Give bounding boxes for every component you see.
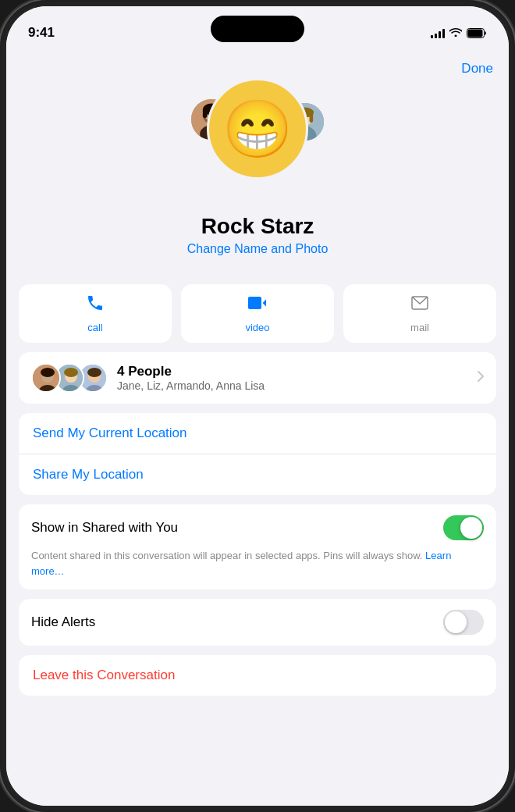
screen: 9:41 [6,6,509,806]
hide-alerts-toggle[interactable] [443,610,484,635]
sheet: Done [6,48,509,806]
call-label: call [87,322,103,333]
svg-point-22 [64,368,78,377]
send-location-text: Send My Current Location [33,426,187,440]
people-count: 4 People [117,364,478,379]
status-time: 9:41 [28,25,55,41]
mail-button[interactable]: mail [343,284,496,343]
done-button[interactable]: Done [461,58,493,80]
sheet-top: Done [6,48,509,80]
avatar-main: 😁 [207,78,308,180]
share-location-row[interactable]: Share My Location [19,454,496,495]
video-label: video [245,322,269,333]
battery-icon [467,28,487,38]
people-row[interactable]: 4 People Jane, Liz, Armando, Anna Lisa [19,352,496,404]
svg-rect-7 [203,108,208,118]
hide-alerts-card: Hide Alerts [19,599,496,646]
group-name: Rock Starz [201,214,314,239]
action-row: call video [19,284,496,343]
wifi-icon [449,27,462,39]
leave-conversation-card: Leave this Conversation [19,655,496,696]
call-icon [86,294,105,317]
shared-toggle-label: Show in Shared with You [31,520,178,536]
svg-rect-1 [468,29,483,37]
call-button[interactable]: call [19,284,172,343]
svg-point-26 [87,368,101,377]
change-name-photo-link[interactable]: Change Name and Photo [187,242,329,256]
signal-icon [431,27,445,38]
svg-point-18 [41,368,55,377]
shared-toggle-row: Show in Shared with You [31,515,484,540]
status-icons [431,27,487,39]
video-icon [247,294,268,317]
avatar-cluster: 😁 [183,86,332,180]
hide-alerts-label: Hide Alerts [31,614,95,630]
leave-conversation-text[interactable]: Leave this Conversation [33,668,175,682]
send-location-row[interactable]: Send My Current Location [19,413,496,454]
people-card: 4 People Jane, Liz, Armando, Anna Lisa [19,352,496,404]
mail-label: mail [410,322,429,333]
shared-with-you-card: Show in Shared with You Content shared i… [19,504,496,589]
hide-alerts-toggle-thumb [445,611,467,633]
bottom-spacer [6,696,509,719]
chevron-right-icon [478,371,484,385]
people-info: 4 People Jane, Liz, Armando, Anna Lisa [117,364,478,392]
share-location-text: Share My Location [33,467,144,482]
phone-frame: 9:41 [0,0,515,812]
svg-rect-13 [310,111,314,123]
group-header: 😁 Rock [6,80,509,272]
person-avatar-1 [31,363,61,393]
video-button[interactable]: video [181,284,334,343]
people-avatars [31,363,108,393]
dynamic-island [211,16,304,42]
hide-alerts-toggle-row: Hide Alerts [31,610,484,635]
shared-description: Content shared in this conversation will… [31,548,484,579]
toggle-thumb [460,517,482,539]
shared-toggle[interactable] [443,515,484,540]
mail-icon [410,294,429,317]
location-card: Send My Current Location Share My Locati… [19,413,496,495]
people-names: Jane, Liz, Armando, Anna Lisa [117,379,478,392]
